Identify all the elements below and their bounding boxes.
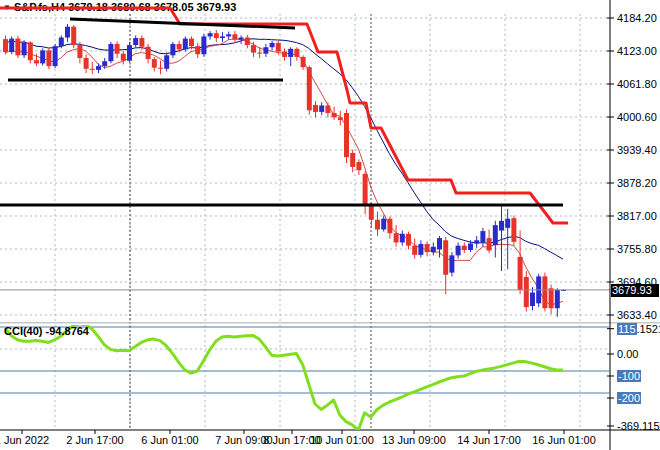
time-axis-label: 13 Jun 09:00 (382, 434, 446, 446)
candle-body (369, 205, 374, 220)
candle-body (418, 244, 423, 255)
candle-body (549, 288, 554, 308)
candle-body (332, 113, 337, 117)
chart-canvas[interactable] (0, 0, 660, 450)
candle-body (53, 46, 58, 66)
candle-body (511, 218, 516, 242)
candle-body (96, 66, 101, 70)
candle-body (208, 33, 213, 36)
cci-indicator-line (5, 324, 563, 431)
ma-high-line (5, 39, 563, 259)
candle-body (524, 277, 529, 307)
candle-body (294, 49, 299, 57)
candle-body (530, 293, 535, 306)
candle-body (375, 220, 380, 230)
cci-level-chip: -200 (617, 392, 641, 404)
candle-body (201, 36, 206, 54)
candle-body (170, 44, 175, 55)
candle-body (195, 46, 200, 54)
candle-body (65, 27, 70, 38)
candle-body (239, 38, 244, 40)
candle-body (177, 44, 182, 49)
candle-body (437, 238, 442, 249)
cci-level-lines (0, 327, 610, 393)
candle-body (518, 257, 523, 290)
candle-body (313, 105, 318, 112)
candle-body (9, 39, 14, 52)
candle-body (338, 117, 343, 120)
candle-body (15, 39, 20, 56)
candle-body (406, 234, 411, 246)
candle-body (214, 33, 219, 38)
candles-series (3, 24, 566, 317)
candle-body (251, 45, 256, 53)
candle-body (288, 49, 293, 57)
candle-body (394, 233, 399, 242)
candle-body (108, 44, 113, 61)
candle-body (245, 38, 250, 46)
candle-body (425, 244, 430, 252)
time-axis-label: 10 Jun 01:00 (310, 434, 374, 446)
price-axis-label: 3755.80 (617, 243, 657, 255)
candle-body (276, 43, 281, 52)
candle-body (344, 113, 349, 157)
price-axis-label: 3633.40 (617, 309, 657, 321)
trading-terminal-chart-window: { "header": { "title_text": "S&P.fs,H4 3… (0, 0, 660, 450)
candle-body (462, 246, 467, 250)
candle-body (400, 234, 405, 243)
cci-axis-label: 0.00 (617, 348, 638, 360)
candle-body (139, 38, 144, 47)
candle-body (158, 68, 163, 69)
candle-body (71, 27, 76, 45)
cci-level-chip: -100 (617, 370, 641, 382)
time-axis-label: 14 Jun 17:00 (457, 434, 521, 446)
candle-body (102, 61, 107, 66)
candle-body (183, 39, 188, 50)
cci-axis-label: -200 (617, 392, 641, 404)
candle-body (133, 38, 138, 45)
candle-body (456, 246, 461, 256)
candle-body (356, 162, 361, 170)
candle-body (487, 238, 492, 250)
candle-body (46, 50, 51, 66)
candle-body (387, 219, 392, 234)
cci-axis-label: 115.1521 (617, 323, 660, 335)
candle-body (28, 42, 33, 60)
candle-body (480, 231, 485, 242)
candle-body (319, 105, 324, 111)
candle-body (127, 45, 132, 61)
cci-axis-label: -100 (617, 370, 641, 382)
time-axis-label: 2 Jun 17:00 (66, 434, 124, 446)
candle-body (3, 39, 8, 52)
candle-body (270, 43, 275, 47)
candle-body (115, 44, 120, 54)
candle-body (226, 34, 231, 36)
price-axis-label: 4061.80 (617, 78, 657, 90)
price-axis-label: 4184.20 (617, 12, 657, 24)
candle-body (22, 42, 27, 55)
candle-body (449, 255, 454, 272)
candle-body (542, 276, 547, 308)
price-axis-label: 4123.00 (617, 45, 657, 57)
candle-body (84, 58, 89, 69)
candle-body (350, 153, 355, 167)
candle-body (301, 57, 306, 67)
candle-body (257, 53, 262, 54)
candle-body (77, 45, 82, 58)
time-axis-label: 16 Jun 01:00 (532, 434, 596, 446)
candle-body (263, 47, 268, 53)
candle-body (152, 59, 157, 68)
candle-body (325, 105, 330, 113)
price-axis-label: 4000.60 (617, 111, 657, 123)
indicator-name-label: CCI(40) -94.8764 (4, 325, 89, 337)
current-price-badge: 3679.93 (611, 284, 659, 297)
candle-body (232, 34, 237, 39)
candle-body (363, 174, 368, 205)
candle-body (381, 219, 386, 230)
time-axis-label: 1 Jun 2022 (0, 434, 49, 446)
candle-body (164, 55, 169, 68)
candle-body (189, 39, 194, 47)
cci-level-chip: 115 (617, 323, 637, 335)
candle-body (121, 54, 126, 61)
candle-body (90, 69, 95, 70)
